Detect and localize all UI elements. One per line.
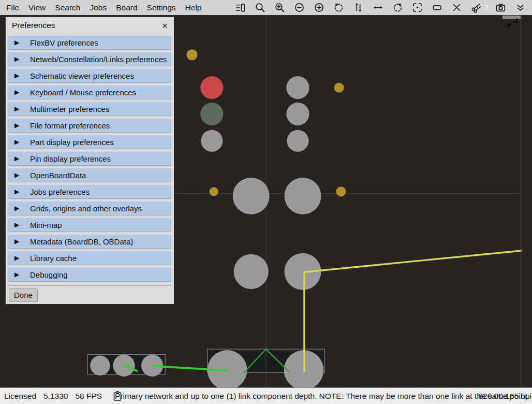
preference-item[interactable]: ▶FlexBV preferences (8, 36, 171, 49)
preference-item-label: Mini-map (30, 221, 62, 229)
expand-arrow-icon: ▶ (14, 254, 30, 262)
dialog-titlebar[interactable]: Preferences × (6, 17, 174, 34)
menu-item-help[interactable]: Help (181, 0, 206, 16)
expand-arrow-icon: ▶ (14, 55, 30, 63)
preference-item-label: Debugging (30, 270, 68, 279)
preference-item-label: OpenBoardData (30, 171, 86, 180)
window-right-edge (521, 16, 521, 387)
search-icon[interactable] (255, 2, 265, 13)
close-icon[interactable] (451, 2, 462, 13)
preference-item[interactable]: ▶Jobs preferences (8, 185, 171, 198)
pad[interactable] (113, 355, 135, 377)
pad[interactable] (210, 187, 218, 196)
background-fragment (503, 16, 521, 19)
expand-arrow-icon: ▶ (14, 221, 30, 228)
flip-horizontal-icon[interactable] (373, 2, 383, 13)
expand-arrow-icon: ▶ (14, 205, 30, 212)
pad[interactable] (336, 186, 346, 196)
expand-arrow-icon: ▶ (14, 188, 30, 195)
menu-item-search[interactable]: Search (50, 0, 85, 16)
pad[interactable] (233, 178, 270, 214)
preference-item[interactable]: ▶Grids, origins and other overlays (8, 201, 171, 215)
menu-items: FileViewSearchJobsBoardSettingsHelp (0, 0, 206, 16)
preference-item-label: Pin display preferences (30, 154, 111, 163)
netlink-count-badge: 2 (484, 3, 489, 12)
expand-arrow-icon: ▶ (14, 89, 30, 96)
rotate-cw-icon[interactable] (392, 2, 403, 13)
zoom-region-icon[interactable] (274, 2, 285, 13)
preference-item[interactable]: ▶Pin display preferences (8, 152, 171, 165)
status-left: Licensed 5.1330 58 FPS (4, 388, 123, 404)
license-status: Licensed (4, 392, 36, 401)
preference-item[interactable]: ▶OpenBoardData (8, 168, 171, 182)
dialog-title: Preferences (12, 21, 161, 30)
pad[interactable] (334, 83, 344, 93)
toolbar: 2 (235, 2, 532, 13)
preference-item[interactable]: ▶Library cache (8, 251, 171, 265)
preference-item[interactable]: ▶Metadata (BoardDB, OBData) (8, 235, 171, 248)
rotate-ccw-icon[interactable] (333, 2, 344, 13)
close-icon[interactable]: × (161, 21, 169, 31)
preference-item[interactable]: ▶Netweb/Constellation/Links preferences (8, 52, 171, 66)
camera-icon[interactable] (495, 2, 506, 13)
cursor-readout: 820 00:165 bpi (478, 388, 531, 404)
zoom-in-icon[interactable] (314, 2, 324, 13)
preference-item[interactable]: ▶Debugging (8, 268, 171, 281)
status-bar: Licensed 5.1330 58 FPS Primary network a… (0, 387, 532, 404)
preference-item[interactable]: ▶File format preferences (8, 119, 171, 132)
netlink-scissors-icon[interactable] (471, 2, 482, 13)
preference-item[interactable]: ▶Multimeter preferences (8, 102, 171, 116)
preference-item-label: Keyboard / Mouse preferences (30, 88, 136, 97)
zoom-out-icon[interactable] (294, 2, 305, 13)
pad[interactable] (287, 130, 308, 152)
board-corner-mark (508, 24, 512, 28)
pad[interactable] (286, 103, 309, 125)
preferences-dialog: Preferences × ▶FlexBV preferences▶Netweb… (5, 17, 174, 305)
menu-item-board[interactable]: Board (111, 0, 142, 16)
expand-arrow-icon: ▶ (14, 138, 30, 146)
pad[interactable] (200, 103, 223, 125)
expand-arrow-icon: ▶ (14, 105, 30, 112)
preference-item-label: Metadata (BoardDB, OBData) (30, 237, 133, 246)
preference-item[interactable]: ▶Mini-map (8, 218, 171, 232)
preference-item-label: FlexBV preferences (30, 38, 98, 47)
preferences-list: ▶FlexBV preferences▶Netweb/Constellation… (6, 34, 174, 284)
sidebar-list-icon[interactable] (235, 2, 246, 13)
expand-arrow-icon: ▶ (14, 72, 30, 79)
preference-item[interactable]: ▶Keyboard / Mouse preferences (8, 85, 171, 99)
preference-item[interactable]: ▶Schematic viewer preferences (8, 69, 171, 82)
fps-counter: 58 FPS (75, 392, 102, 401)
menu-item-view[interactable]: View (24, 0, 50, 16)
expand-arrow-icon: ▶ (14, 271, 30, 278)
pad[interactable] (200, 76, 223, 99)
pad[interactable] (286, 76, 309, 99)
pad[interactable] (186, 49, 197, 60)
pad[interactable] (285, 178, 321, 214)
expand-arrow-icon: ▶ (14, 39, 30, 46)
preference-item-label: Library cache (30, 254, 77, 263)
pad[interactable] (90, 356, 110, 376)
menu-item-file[interactable]: File (2, 0, 24, 16)
preference-item-label: Netweb/Constellation/Links preferences (30, 55, 167, 64)
dialog-footer: Done (8, 285, 171, 306)
preference-item-label: Multimeter preferences (30, 105, 109, 113)
expand-arrow-icon: ▶ (14, 155, 30, 162)
status-message: Primary network and up to one (1) link c… (115, 388, 529, 404)
preference-item-label: File format preferences (30, 121, 110, 130)
flip-vertical-icon[interactable] (353, 2, 364, 13)
center-focus-icon[interactable] (412, 2, 423, 13)
board-corner-mark (513, 19, 517, 22)
collapse-toolbar-icon[interactable] (515, 2, 526, 13)
expand-arrow-icon: ▶ (14, 122, 30, 129)
pad[interactable] (201, 130, 223, 152)
preference-item[interactable]: ▶Part display preferences (8, 135, 171, 149)
trace-highlight (304, 251, 521, 371)
done-button[interactable]: Done (9, 288, 38, 302)
menu-item-jobs[interactable]: Jobs (85, 0, 111, 16)
expand-arrow-icon: ▶ (14, 238, 30, 245)
version-label: 5.1330 (43, 392, 68, 401)
preference-item-label: Grids, origins and other overlays (30, 204, 142, 213)
board-outline-icon[interactable] (432, 2, 442, 13)
pad[interactable] (234, 254, 269, 289)
menu-item-settings[interactable]: Settings (142, 0, 181, 16)
